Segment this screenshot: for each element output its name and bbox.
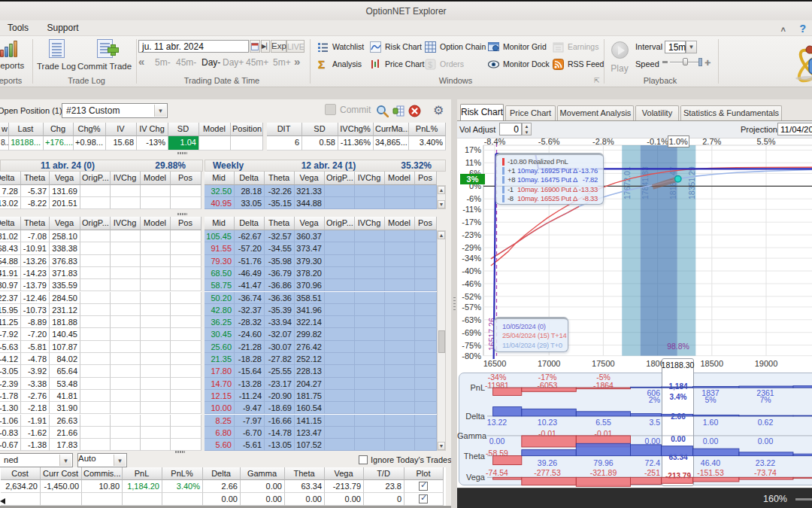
option-cell[interactable] xyxy=(141,353,171,365)
windows-item-rss-feed[interactable]: RSS Feed xyxy=(553,59,604,75)
option-cell[interactable] xyxy=(141,292,171,304)
strategy-combo[interactable]: ned▾ xyxy=(0,453,73,467)
panel-splitter[interactable] xyxy=(451,99,457,508)
option-cell[interactable]: 321.33 xyxy=(295,185,325,197)
option-cell[interactable] xyxy=(111,185,141,197)
option-cell[interactable]: -10.73 xyxy=(21,304,50,316)
plot-checkbox[interactable] xyxy=(419,494,428,503)
g2-right-header-Model[interactable]: Model xyxy=(385,217,415,230)
nav-day-minus[interactable]: Day- xyxy=(201,57,220,68)
summary-value[interactable]: 0.00 xyxy=(325,493,364,506)
option-cell[interactable] xyxy=(385,197,415,209)
option-cell[interactable] xyxy=(171,316,201,328)
stats-header-IVChg%[interactable]: IVChg% xyxy=(338,123,374,136)
option-mid-cell[interactable]: 58.75 xyxy=(205,279,235,291)
summary-value[interactable]: 1,184.20 xyxy=(123,480,162,493)
reports-button[interactable]: Reports xyxy=(0,39,26,70)
option-cell[interactable]: -7.97 xyxy=(235,415,265,427)
option-cell[interactable] xyxy=(111,316,141,328)
option-cell[interactable] xyxy=(415,402,437,414)
option-cell[interactable] xyxy=(171,267,201,279)
option-cell[interactable]: 276.42 xyxy=(295,341,325,353)
scroll-left-icon[interactable] xyxy=(0,498,5,504)
option-cell[interactable]: -32.07 xyxy=(265,328,295,340)
option-cell[interactable]: 21.66 xyxy=(50,427,80,439)
option-cell[interactable] xyxy=(325,242,355,254)
option-cell[interactable]: -5.63 xyxy=(0,341,21,353)
summary-value[interactable]: -1,450.00 xyxy=(41,480,82,493)
option-cell[interactable] xyxy=(141,304,171,316)
option-cell[interactable]: -3.92 xyxy=(21,365,50,377)
summary-header-Theta[interactable]: Theta xyxy=(285,467,325,480)
quote-value[interactable]: 8... xyxy=(0,136,9,151)
windows-item-analysis[interactable]: ΣAnalysis xyxy=(317,59,362,75)
option-cell[interactable] xyxy=(111,279,141,291)
option-cell[interactable]: 299.82 xyxy=(295,328,325,340)
option-cell[interactable] xyxy=(325,378,355,390)
settings-gear-icon[interactable]: ⚙ xyxy=(433,103,444,117)
option-cell[interactable] xyxy=(80,230,111,242)
option-cell[interactable] xyxy=(171,390,201,402)
option-cell[interactable]: -12.46 xyxy=(21,292,50,304)
option-cell[interactable]: -32.37 xyxy=(235,304,265,316)
summary-header-Vega[interactable]: Vega xyxy=(325,467,364,480)
option-cell[interactable]: -25.55 xyxy=(265,365,295,377)
option-cell[interactable]: -13.79 xyxy=(21,279,50,291)
option-cell[interactable]: -27.82 xyxy=(265,353,295,365)
scroll-up-icon[interactable]: ▲ xyxy=(438,186,445,194)
g1-right-header-OrigP...[interactable]: OrigP... xyxy=(325,172,355,185)
option-cell[interactable] xyxy=(171,230,201,242)
option-cell[interactable] xyxy=(80,242,111,254)
option-cell[interactable] xyxy=(325,267,355,279)
quote-header-Chg%[interactable]: Chg% xyxy=(74,123,106,136)
option-cell[interactable] xyxy=(355,353,385,365)
option-cell[interactable] xyxy=(171,402,201,414)
combo-dropdown-icon[interactable]: ▾ xyxy=(114,455,126,466)
dialog-launcher-icon[interactable]: ⇱ xyxy=(594,77,600,83)
option-cell[interactable] xyxy=(355,316,385,328)
summary-value[interactable]: 23.8 xyxy=(364,480,404,493)
tab-volatility[interactable]: Volatility xyxy=(635,105,679,120)
option-cell[interactable] xyxy=(325,279,355,291)
option-cell[interactable]: -14.78 xyxy=(265,427,295,439)
option-cell[interactable]: -22.37 xyxy=(0,292,21,304)
quote-header-Model[interactable]: Model xyxy=(199,123,231,136)
option-cell[interactable] xyxy=(355,255,385,267)
option-cell[interactable]: -30.07 xyxy=(265,341,295,353)
summary-header-Curr Cost[interactable]: Curr Cost xyxy=(41,467,82,480)
option-cell[interactable] xyxy=(415,378,437,390)
option-cell[interactable]: -1.62 xyxy=(21,427,50,439)
option-cell[interactable]: 360.37 xyxy=(295,230,325,242)
option-cell[interactable] xyxy=(141,230,171,242)
option-cell[interactable] xyxy=(141,279,171,291)
quote-value[interactable]: 1.04 xyxy=(168,136,199,151)
g1-right-header-Mid[interactable]: Mid xyxy=(205,172,235,185)
quote-value[interactable]: -13% xyxy=(137,136,168,151)
stats-value[interactable]: -11.36% xyxy=(338,136,374,151)
option-cell[interactable]: 344.88 xyxy=(295,197,325,209)
option-cell[interactable]: 140.45 xyxy=(50,328,80,340)
option-cell[interactable]: -18.28 xyxy=(235,353,265,365)
option-cell[interactable] xyxy=(141,255,171,267)
plot-checkbox-cell[interactable] xyxy=(404,480,444,493)
option-cell[interactable] xyxy=(415,439,437,451)
option-mid-cell[interactable]: 50.20 xyxy=(205,292,235,304)
option-cell[interactable] xyxy=(415,197,437,209)
option-cell[interactable]: -8.22 xyxy=(21,197,50,209)
option-cell[interactable] xyxy=(355,304,385,316)
summary-value[interactable] xyxy=(41,493,82,506)
option-cell[interactable] xyxy=(385,439,415,451)
option-cell[interactable] xyxy=(171,242,201,254)
option-cell[interactable] xyxy=(141,267,171,279)
summary-value[interactable]: -213.79 xyxy=(325,480,364,493)
quote-value[interactable] xyxy=(199,136,231,151)
close-position-icon[interactable] xyxy=(408,105,421,117)
option-cell[interactable] xyxy=(171,185,201,197)
windows-item-monitor-grid[interactable]: Monitor Grid xyxy=(488,41,547,58)
option-cell[interactable] xyxy=(385,415,415,427)
option-cell[interactable] xyxy=(171,197,201,209)
table-splitter-grip[interactable] xyxy=(177,213,187,215)
option-cell[interactable] xyxy=(171,378,201,390)
option-cell[interactable] xyxy=(355,439,385,451)
option-cell[interactable] xyxy=(141,341,171,353)
